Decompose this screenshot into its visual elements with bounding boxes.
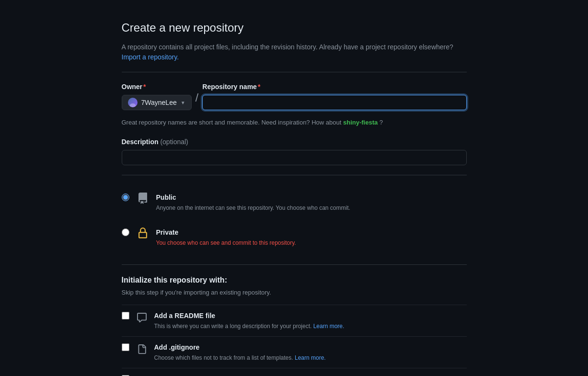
gitignore-checkbox[interactable] (122, 343, 129, 351)
license-icon (135, 374, 149, 376)
owner-label: Owner* (122, 82, 192, 92)
gitignore-content: Add .gitignore Choose which files not to… (154, 342, 467, 362)
description-group: Description (optional) (122, 137, 467, 165)
readme-title: Add a README file (154, 311, 467, 321)
owner-repo-row: Owner* 7WayneLee ▼ / Repository name* (122, 82, 467, 110)
owner-group: Owner* 7WayneLee ▼ (122, 82, 192, 110)
private-radio[interactable] (122, 228, 129, 236)
repo-icon (135, 191, 150, 206)
owner-avatar (128, 98, 138, 107)
section-divider (122, 72, 467, 72)
gitignore-learn-more-link[interactable]: Learn more. (295, 354, 326, 361)
description-input[interactable] (122, 150, 467, 165)
visibility-private-option[interactable]: Private You choose who can see and commi… (122, 220, 467, 255)
visibility-public-option[interactable]: Public Anyone on the internet can see th… (122, 185, 467, 220)
owner-required-star: * (143, 83, 146, 91)
owner-dropdown[interactable]: 7WayneLee ▼ (122, 95, 192, 110)
chevron-down-icon: ▼ (181, 99, 185, 106)
lock-icon (135, 226, 150, 241)
public-radio-content: Public Anyone on the internet can see th… (156, 193, 467, 212)
gitignore-title: Add .gitignore (154, 342, 467, 353)
repo-name-group: Repository name* (202, 82, 466, 110)
readme-icon (135, 311, 149, 324)
repo-required-star: * (258, 83, 260, 91)
page-wrapper: Create a new repository A repository con… (112, 0, 476, 376)
slash-separator: / (196, 89, 199, 108)
readme-desc: This is where you can write a long descr… (154, 322, 467, 330)
init-divider (122, 264, 467, 265)
init-section: Initialize this repository with: Skip th… (122, 274, 467, 376)
public-title: Public (156, 193, 467, 203)
page-title: Create a new repository (122, 19, 467, 36)
description-label: Description (optional) (122, 137, 467, 147)
readme-checkbox[interactable] (122, 312, 129, 319)
license-title: Choose a license (154, 374, 467, 376)
gitignore-desc: Choose which files not to track from a l… (154, 353, 467, 362)
visibility-section: Public Anyone on the internet can see th… (122, 185, 467, 255)
suggestion-after: ? (380, 119, 383, 126)
license-option: Choose a license A license tells others … (122, 368, 467, 376)
private-radio-content: Private You choose who can see and commi… (156, 228, 467, 247)
suggestion-link[interactable]: shiny-fiesta (343, 119, 378, 126)
readme-option: Add a README file This is where you can … (122, 305, 467, 336)
optional-label: (optional) (160, 138, 188, 146)
suggestion-text: Great repository names are short and mem… (122, 118, 467, 127)
gitignore-icon (135, 342, 149, 356)
visibility-divider (122, 175, 467, 175)
init-subtitle: Skip this step if you're importing an ex… (122, 288, 467, 297)
readme-content: Add a README file This is where you can … (154, 311, 467, 330)
owner-name: 7WayneLee (141, 98, 177, 108)
repo-name-label: Repository name* (202, 82, 466, 92)
page-subtitle: A repository contains all project files,… (122, 42, 467, 62)
public-radio[interactable] (122, 194, 129, 201)
readme-learn-more-link[interactable]: Learn more. (313, 323, 345, 330)
suggestion-before: Great repository names are short and mem… (122, 119, 342, 126)
private-description: You choose who can see and commit to thi… (156, 239, 467, 247)
subtitle-text: A repository contains all project files,… (122, 43, 453, 51)
init-title: Initialize this repository with: (122, 274, 467, 286)
gitignore-option: Add .gitignore Choose which files not to… (122, 336, 467, 368)
repo-name-input[interactable] (202, 95, 466, 110)
private-title: Private (156, 228, 467, 238)
import-repository-link[interactable]: Import a repository. (122, 53, 179, 61)
license-content: Choose a license A license tells others … (154, 374, 467, 376)
public-description: Anyone on the internet can see this repo… (156, 204, 467, 212)
